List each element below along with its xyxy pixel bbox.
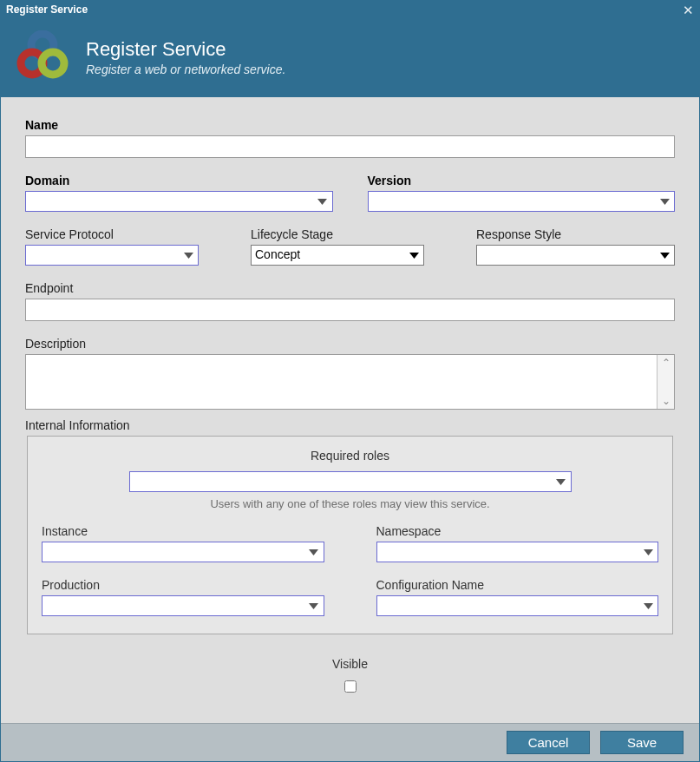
cancel-button[interactable]: Cancel [507,731,590,754]
endpoint-label: Endpoint [25,281,675,295]
register-service-dialog: Register Service ✕ Register Service Regi… [0,0,700,762]
configname-select[interactable] [376,595,659,616]
visible-checkbox[interactable] [344,680,357,693]
chevron-down-icon [404,246,423,265]
save-button[interactable]: Save [600,731,684,754]
response-label: Response Style [476,227,675,241]
chevron-down-icon [638,596,657,615]
configname-label: Configuration Name [376,578,659,592]
footer-bar: Cancel Save [1,723,699,761]
protocol-label: Service Protocol [25,227,199,241]
production-select[interactable] [42,595,324,616]
chevron-down-icon [655,192,674,211]
scroll-down-icon[interactable]: ⌄ [657,393,674,409]
protocol-select[interactable] [25,245,199,266]
endpoint-input[interactable] [25,299,675,321]
chevron-down-icon [552,472,571,491]
logo-icon [15,30,70,83]
lifecycle-label: Lifecycle Stage [251,227,424,241]
title-bar: Register Service ✕ [1,1,699,18]
version-label: Version [368,174,676,187]
name-label: Name [25,118,675,132]
chevron-down-icon [304,542,324,562]
internal-legend: Internal Information [25,418,675,432]
roles-label: Required roles [311,449,389,463]
domain-select[interactable] [25,191,333,212]
scroll-up-icon[interactable]: ⌃ [657,355,674,371]
namespace-label: Namespace [376,524,659,538]
namespace-select[interactable] [376,542,659,562]
description-label: Description [25,337,675,351]
visible-label: Visible [332,657,368,671]
banner: Register Service Register a web or netwo… [1,18,699,97]
response-select[interactable] [476,245,675,266]
chevron-down-icon [304,596,324,615]
roles-hint: Users with any one of these roles may vi… [210,497,489,510]
domain-label: Domain [25,174,333,187]
chevron-down-icon [638,542,657,562]
chevron-down-icon [179,246,198,265]
description-input[interactable] [26,355,657,409]
textarea-scrollbar[interactable]: ⌃ ⌄ [657,355,674,409]
form-area: Name Domain Version Ser [1,97,699,723]
name-input[interactable] [25,135,675,158]
instance-select[interactable] [42,542,324,562]
banner-title: Register Service [86,38,285,61]
instance-label: Instance [42,524,324,538]
roles-select[interactable] [129,471,572,492]
chevron-down-icon [313,192,332,211]
production-label: Production [42,578,324,592]
close-icon[interactable]: ✕ [683,3,694,16]
internal-information-fieldset: Required roles Users with any one of the… [27,436,673,634]
chevron-down-icon [655,246,674,265]
lifecycle-select[interactable]: Concept [251,245,424,266]
svg-point-2 [42,52,64,75]
version-select[interactable] [368,191,676,212]
title-bar-text: Register Service [6,3,88,16]
banner-subtitle: Register a web or networked service. [86,62,285,76]
